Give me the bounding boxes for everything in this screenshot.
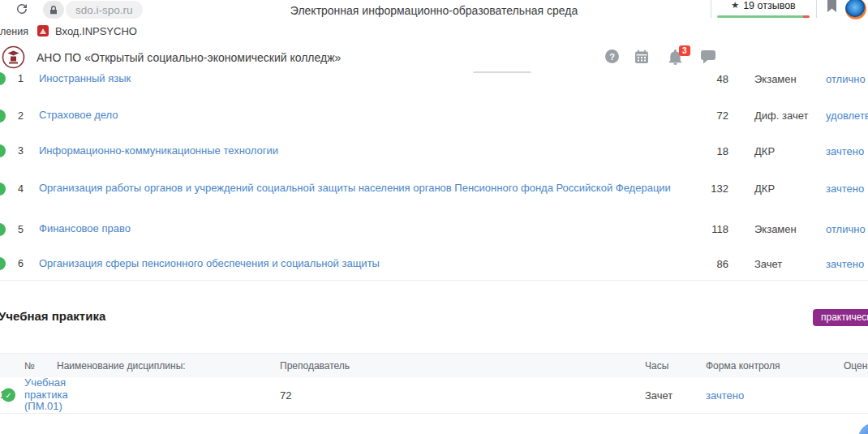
grade-link[interactable]: зачтено	[706, 389, 844, 402]
grade-link[interactable]: отлично	[826, 223, 868, 235]
browser-chrome: sdo.i-spo.ru Электронная информационно-о…	[0, 0, 868, 22]
bookmark-icon[interactable]	[827, 0, 837, 15]
row-number: 5	[0, 224, 39, 235]
col-hours: Часы	[645, 360, 706, 372]
control-form: Зачет	[754, 258, 826, 270]
row-number: 2	[0, 110, 39, 122]
org-name: АНО ПО «Открытый социально-экономический…	[37, 51, 341, 64]
hours-value: 48	[680, 73, 728, 85]
toolbar-divider	[816, 0, 817, 18]
control-form: ДКР	[754, 183, 826, 195]
discipline-link[interactable]: Страховое дело	[39, 110, 680, 122]
bookmark-favicon-icon	[37, 25, 49, 37]
col-grade: Оценка	[844, 360, 868, 372]
col-discipline: Наименование дисциплины:	[57, 360, 280, 372]
section-title: Учебная практика	[0, 309, 105, 323]
bookmark-item-partial[interactable]: ления	[0, 26, 28, 37]
table-row: 6 Организация сферы пенсионного обеспече…	[0, 247, 868, 281]
reviews-button[interactable]: ★ 19 отзывов	[717, 0, 810, 18]
question-glyph: ?	[609, 52, 615, 62]
hours-value: 72	[280, 389, 645, 402]
table-row: 2 Страховое дело 72 Диф. зачет удовлетво…	[0, 96, 868, 136]
hours-value: 72	[680, 110, 728, 122]
col-teacher: Преподаватель	[280, 360, 645, 372]
college-logo[interactable]	[2, 45, 25, 72]
status-complete-icon: ✓	[2, 389, 15, 402]
discipline-link[interactable]: Иностранный язык	[39, 73, 680, 85]
practice-badge: практическое	[813, 309, 868, 326]
row-number: 6	[0, 258, 39, 269]
table-row: 4 Организация работы органов и учреждени…	[0, 166, 868, 212]
col-control: Форма контроля	[706, 360, 844, 372]
discipline-link[interactable]: Информационно-коммуникационные технологи…	[39, 145, 680, 157]
bookmark-item[interactable]: Вход.INPSYCHO	[55, 25, 137, 37]
table-row: 1 Иностранный язык 48 Экзамен отлично	[0, 73, 868, 97]
notification-badge: 3	[679, 45, 690, 56]
hours-value: 18	[680, 145, 728, 157]
row-number: 1	[0, 73, 39, 84]
table-row: ✓ 1 Учебная практика (ПМ.01) 72 Зачет за…	[0, 377, 868, 414]
row-number: 3	[0, 145, 39, 157]
discipline-link[interactable]: Организация работы органов и учреждений …	[39, 183, 680, 195]
table-row: 5 Финансовое право 118 Экзамен отлично	[0, 211, 868, 248]
grade-link[interactable]: зачтено	[826, 258, 868, 270]
grade-link[interactable]: отлично	[826, 73, 868, 85]
control-form: Экзамен	[754, 223, 826, 235]
chat-icon[interactable]	[701, 50, 715, 67]
grade-link[interactable]: зачтено	[826, 145, 868, 157]
calendar-icon[interactable]	[634, 49, 649, 67]
control-form: Диф. зачет	[754, 110, 826, 122]
control-form: Зачет	[645, 389, 706, 402]
practice-table-header: № Наименование дисциплины: Преподаватель…	[0, 353, 868, 378]
discipline-link[interactable]: Учебная практика (ПМ.01)	[24, 377, 57, 413]
bookmarks-bar: ления Вход.INPSYCHO	[0, 22, 868, 41]
discipline-link[interactable]: Организация сферы пенсионного обеспечени…	[39, 258, 680, 270]
help-icon[interactable]: ?	[605, 49, 619, 63]
discipline-link[interactable]: Финансовое право	[39, 223, 680, 235]
grade-link[interactable]: зачтено	[826, 183, 868, 195]
feedback-button[interactable]	[858, 423, 868, 434]
toolbar-divider	[711, 0, 711, 18]
col-number: №	[24, 360, 57, 372]
grade-link[interactable]: удовлетворительно	[826, 110, 868, 122]
rating-bar	[717, 15, 810, 18]
row-number: 4	[0, 183, 39, 195]
app-header: АНО ПО «Открытый социально-экономический…	[0, 41, 868, 75]
table-row: 3 Информационно-коммуникационные техноло…	[0, 135, 868, 167]
control-form: ДКР	[754, 145, 826, 157]
hours-value: 132	[680, 183, 728, 195]
reviews-label: 19 отзывов	[743, 0, 796, 11]
hours-value: 118	[680, 223, 728, 235]
control-form: Экзамен	[754, 73, 826, 85]
star-icon: ★	[731, 0, 739, 11]
hours-value: 86	[680, 258, 728, 270]
